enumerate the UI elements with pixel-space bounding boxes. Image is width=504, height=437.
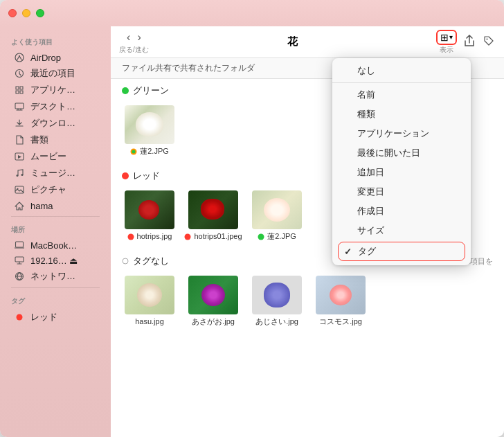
folder-title: 花 [157,35,428,48]
dropdown-label-size: サイズ [357,224,384,237]
thumb-hotrips01 [188,190,238,229]
sidebar-item-macbook[interactable]: MacBook… [3,238,108,253]
tag-button[interactable] [482,34,496,51]
sidebar-item-apps[interactable]: アプリケ… [3,82,108,98]
movies-icon [14,151,25,162]
recents-icon [14,68,25,79]
share-button[interactable] [462,33,476,51]
sidebar-item-airdrop[interactable]: AirDrop [3,50,108,65]
file-name-row-hotrips: hotrips.jpg [127,232,172,241]
forward-button[interactable]: › [134,30,143,45]
notag-group-files: hasu.jpg あさがお.jpg あじさい.jpg コスモス.jpg [111,270,504,335]
file-item-ajisai[interactable]: あじさい.jpg [249,276,305,326]
pictures-icon [14,184,25,195]
divider-2 [11,287,100,288]
svg-rect-10 [15,257,24,262]
red-dot-hotrips [127,233,134,240]
dropdown-label-app: アプリケーション [357,127,429,140]
filename-hasu: hasu.jpg [135,317,164,326]
dropdown-label-tag: タグ [358,245,376,258]
thumb-ajisai [252,276,302,314]
file-item-cosmos[interactable]: コスモス.jpg [313,276,368,326]
sidebar-item-hama[interactable]: hama [3,198,108,213]
nav-buttons: ‹ › [124,30,144,45]
filename-hotrips: hotrips.jpg [137,232,172,241]
downloads-icon [14,118,25,129]
check-tag: ✓ [344,247,354,257]
dropdown-label-added: 追加日 [357,166,384,179]
file-name-row-hotrips01: hotrips01.jpeg [184,232,242,241]
svg-rect-9 [16,242,24,247]
dropdown-item-added[interactable]: 追加日 [332,163,471,182]
dropdown-item-created[interactable]: 作成日 [332,202,471,221]
favorites-section-label: よく使う項目 [0,32,111,50]
thumb-asagao [188,276,238,314]
svg-point-19 [123,258,128,264]
sidebar-item-downloads[interactable]: ダウンロ… [3,115,108,132]
sidebar-item-desktop-label: デスクト… [30,100,75,113]
sidebar-item-documents[interactable]: 書類 [3,132,108,148]
red-dot-hotrips01 [184,233,191,240]
documents-icon [14,134,25,145]
macbook-icon [14,240,25,251]
locations-section-label: 場所 [0,220,111,238]
sidebar-item-macbook-label: MacBook… [30,240,77,251]
dropdown-label-last-opened: 最後に開いた日 [357,147,420,159]
svg-point-13 [487,38,488,39]
dropdown-label-name: 名前 [357,89,375,101]
nav-label: 戻る/進む [119,45,149,55]
dropdown-item-size[interactable]: サイズ [332,221,471,240]
dropdown-item-modified[interactable]: 変更日 [332,182,471,202]
sidebar: よく使う項目 AirDrop 最 [0,26,111,437]
minimize-button[interactable] [22,9,30,17]
sidebar-item-recents[interactable]: 最近の項目 [3,65,108,82]
filename-hotrips01: hotrips01.jpeg [194,232,242,241]
sidebar-item-desktop[interactable]: デスクト… [3,98,108,115]
svg-point-1 [19,55,20,57]
dropdown-item-name[interactable]: 名前 [332,85,471,105]
svg-point-6 [21,174,24,176]
close-button[interactable] [8,9,17,17]
group-label-notag: タグなし [133,255,169,267]
red-dot [122,172,129,179]
sidebar-item-hama-label: hama [30,201,53,211]
view-label: 表示 [440,45,453,55]
sidebar-item-pictures[interactable]: ピクチャ [3,181,108,198]
sidebar-item-downloads-label: ダウンロ… [30,117,75,130]
airdrop-icon [14,52,25,63]
svg-point-18 [258,233,264,240]
sidebar-item-music[interactable]: ミュージ… [3,165,108,181]
sidebar-item-192[interactable]: 192.16… ⏏ [3,253,108,268]
back-button[interactable]: ‹ [124,30,133,45]
file-item-lotus2-red[interactable]: 蓮2.JPG [249,190,305,241]
dropdown-item-last-opened[interactable]: 最後に開いた日 [332,143,471,163]
svg-point-0 [15,53,24,62]
view-mode-button[interactable]: ⊞ ▾ [436,30,457,45]
dropdown-item-tag[interactable]: ✓ タグ [338,242,465,261]
content-area: ‹ › 戻る/進む 花 ⊞ ▾ 表示 [111,26,504,437]
empty-dot [122,258,129,265]
dropdown-item-none[interactable]: なし [332,61,471,80]
dropdown-item-app[interactable]: アプリケーション [332,124,471,143]
sidebar-item-192-label: 192.16… ⏏ [30,256,78,266]
red-tag-icon [14,312,25,323]
sidebar-item-network[interactable]: ネットワ… [3,268,108,285]
sidebar-item-pictures-label: ピクチャ [30,184,66,196]
file-item-lotus2-green[interactable]: 蓮2.JPG [122,105,177,156]
thumb-cosmos [316,276,366,314]
file-item-asagao[interactable]: あさがお.jpg [186,276,241,326]
file-name-row-lotus2-red: 蓮2.JPG [258,232,296,241]
sidebar-item-tag-red[interactable]: レッド [3,309,108,325]
file-item-hotrips01[interactable]: hotrips01.jpeg [186,190,241,241]
dropdown-item-type[interactable]: 種類 [332,105,471,124]
file-item-hasu[interactable]: hasu.jpg [122,276,177,326]
sidebar-item-movies[interactable]: ムービー [3,148,108,165]
apps-icon [14,84,25,96]
maximize-button[interactable] [36,9,44,17]
file-item-hotrips[interactable]: hotrips.jpg [122,190,177,241]
file-name-row-lotus2-green: 蓮2.JPG [130,147,169,156]
dropdown-arrow: ▾ [449,33,453,41]
network-icon [14,271,25,282]
filename-lotus2-green: 蓮2.JPG [140,147,169,156]
sidebar-item-apps-label: アプリケ… [30,84,75,96]
